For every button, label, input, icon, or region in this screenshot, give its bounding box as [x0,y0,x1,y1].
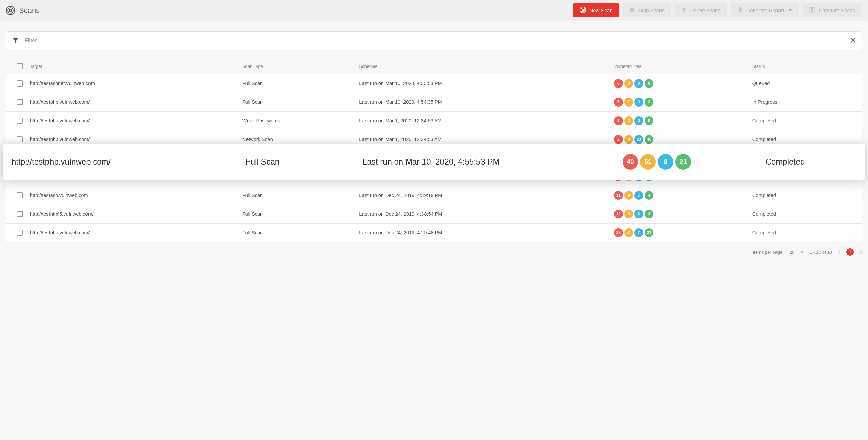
vuln-medium-badge: 5 [624,210,633,218]
row-checkbox[interactable] [17,211,23,217]
row-vuln-pills: 2200 [614,116,752,125]
pagination: Items per page: 20 ▾ 1 - 10 of 10 ‹ 1 › [0,242,868,258]
vuln-low-badge: 3 [634,98,643,107]
table-row[interactable]: http://testaspnet.vulnweb.comFull ScanLa… [6,74,862,93]
generate-report-button[interactable]: Generate Report [731,3,799,17]
row-checkbox[interactable] [17,118,23,124]
row-checkbox[interactable] [17,99,23,105]
vuln-medium-badge: 2 [624,116,633,125]
row-target: http://testphp.vulnweb.com/ [30,137,242,142]
col-type[interactable]: Scan Type [242,64,359,69]
items-per-page-label: Items per page: [753,250,783,255]
zoom-schedule: Last run on Mar 10, 2020, 4:55:53 PM [362,157,623,167]
row-type: Weak Passwords [242,118,359,123]
compare-scans-button[interactable]: Compare Scans [802,3,862,17]
svg-point-4 [581,8,585,12]
table-header: Target Scan Type Schedule Vulnerabilitie… [6,58,862,74]
vuln-medium-badge: 0 [624,79,633,88]
delete-scans-button[interactable]: Delete Scans [674,3,727,17]
vuln-low-badge: 6 [634,210,643,218]
col-vuln[interactable]: Vulnerabilities [614,64,752,69]
row-target: http://testphp.vulnweb.com/ [30,99,242,105]
app-header: Scans New Scan Stop Scans [0,0,868,21]
row-vuln-pills: 3851721 [614,228,752,237]
file-icon [737,7,743,14]
vuln-medium-badge: 9 [624,191,633,200]
row-vuln-pills: 12563 [614,210,752,218]
vuln-low-badge: 23 [634,135,643,144]
row-schedule: Last run on Dec 24, 2019, 4:38:54 PM [359,211,614,217]
stop-scans-label: Stop Scans [638,7,665,13]
row-status: Completed [752,211,859,217]
row-target: http://testphp.vulnweb.com/ [30,118,242,123]
zoom-type: Full Scan [245,157,362,167]
row-target: http://testaspnet.vulnweb.com [30,81,242,86]
row-schedule: Last run on Mar 1, 2020, 12:34:53 AM [359,137,614,142]
svg-point-3 [582,9,584,11]
next-page-icon[interactable]: › [860,249,862,256]
vuln-high-badge: 11 [614,191,623,200]
current-page-badge[interactable]: 1 [846,248,854,256]
col-status[interactable]: Status [752,64,859,69]
vuln-medium-badge: 51 [624,228,633,237]
table-row[interactable]: http://testphp.vulnweb.com/Full ScanLast… [6,224,862,242]
row-vuln-pills: 5732 [614,98,752,107]
vuln-info-badge: 21 [645,228,653,237]
row-schedule: Last run on Mar 1, 2020, 12:34:53 AM [359,118,614,123]
table-row[interactable]: http://testphp.vulnweb.com/Weak Password… [6,112,862,130]
vuln-high-badge: 12 [614,210,623,218]
zoom-status: Completed [766,157,856,167]
vuln-low-badge: 0 [634,79,643,88]
vuln-high-badge: 38 [614,228,623,237]
row-status: Completed [752,137,859,142]
vuln-high-badge: 2 [614,116,623,125]
row-type: Full Scan [242,211,359,217]
table-row[interactable]: http://testhtml5.vulnweb.com/Full ScanLa… [6,205,862,224]
col-schedule[interactable]: Schedule [359,64,614,69]
vuln-low-badge: 7 [634,228,643,237]
stop-scans-button[interactable]: Stop Scans [623,3,671,17]
row-type: Full Scan [242,99,359,105]
row-vuln-pills: 11974 [614,191,752,200]
row-status: Completed [752,193,859,198]
prev-page-icon[interactable]: ‹ [838,249,840,256]
zoom-vuln-pills: 40 51 8 21 [623,154,766,170]
row-type: Full Scan [242,193,359,198]
select-all-checkbox[interactable] [17,63,23,69]
page-title: Scans [19,6,40,15]
row-checkbox[interactable] [17,192,23,198]
highlighted-scan-row: http://testphp.vulnweb.com/ Full Scan La… [3,144,865,180]
clear-filter-icon[interactable]: ✕ [850,36,856,45]
vuln-high-badge: 2 [614,135,623,144]
vuln-info-badge: 2 [645,98,653,107]
vuln-high-badge: 40 [623,154,638,170]
filter-box: ✕ [6,31,862,50]
vuln-info-badge: 4 [645,191,653,200]
filter-input[interactable] [25,38,845,44]
vuln-medium-badge: 51 [640,154,656,170]
zoom-target: http://testphp.vulnweb.com/ [12,157,245,167]
new-scan-label: New Scan [589,7,612,13]
row-schedule: Last run on Mar 10, 2020, 4:55:53 PM [359,81,614,86]
row-schedule: Last run on Dec 24, 2019, 4:39:19 PM [359,193,614,198]
row-status: Completed [752,230,859,235]
row-checkbox[interactable] [17,136,23,142]
table-row[interactable]: http://testasp.vulnweb.comFull ScanLast … [6,186,862,205]
svg-rect-8 [813,7,815,12]
row-type: Full Scan [242,230,359,235]
generate-report-label: Generate Report [746,7,784,13]
new-scan-button[interactable]: New Scan [573,3,619,17]
vuln-medium-badge: 7 [624,98,633,107]
row-target: http://testphp.vulnweb.com/ [30,230,242,235]
items-per-page-value[interactable]: 20 [790,250,794,255]
col-target[interactable]: Target [30,64,242,69]
svg-rect-6 [630,8,634,12]
row-target: http://testasp.vulnweb.com [30,193,242,198]
svg-rect-7 [809,7,812,12]
chevron-down-icon[interactable]: ▾ [801,248,804,256]
table-row[interactable]: http://testphp.vulnweb.com/Full ScanLast… [6,93,862,112]
filter-icon [12,37,19,45]
row-checkbox[interactable] [17,230,23,236]
compare-icon [809,7,815,14]
row-checkbox[interactable] [17,80,23,87]
